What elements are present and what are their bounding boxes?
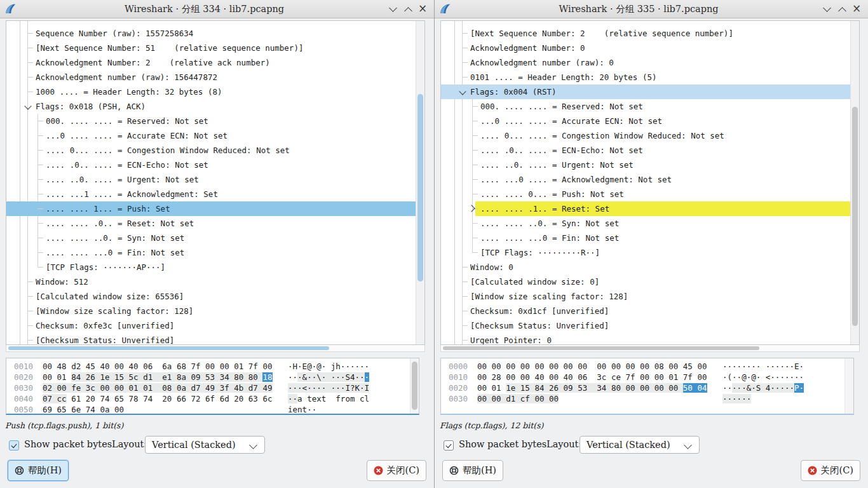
tree-row[interactable]: .... .0.. .... = ECN-Echo: Not set (6, 158, 416, 172)
tree-vertical-scrollbar[interactable] (850, 21, 859, 344)
help-button-label: 帮助(H) (28, 464, 62, 477)
hex-row[interactable]: 005069 65 6e 74 0a 00ient·· (14, 404, 369, 415)
tree-vertical-scrollbar[interactable] (416, 21, 424, 344)
tree-row[interactable]: .... .... 0... = Push: Not set (441, 187, 850, 201)
tree-row[interactable]: .... 0... .... = Congestion Window Reduc… (441, 128, 850, 143)
tree-row[interactable]: .... .... ...0 = Fin: Not set (441, 231, 850, 245)
field-status-text: Flags (tcp.flags), 12 bit(s) (440, 421, 544, 430)
tree-row[interactable]: Window: 512 (6, 274, 416, 289)
tree-row[interactable]: Flags: 0x018 (PSH, ACK) (6, 99, 416, 114)
packet-detail-tree[interactable]: [Next Sequence Number: 2 (relative seque… (440, 20, 860, 345)
scrollbar-thumb[interactable] (852, 107, 858, 326)
hex-vertical-scrollbar[interactable] (844, 358, 853, 414)
tree-horizontal-scrollbar[interactable] (440, 345, 860, 352)
tree-row[interactable]: .... ...1 .... = Acknowledgment: Set (6, 187, 416, 201)
packet-bytes-pane[interactable]: 001000 48 d2 45 40 00 40 06 6a 68 7f 00 … (6, 358, 419, 415)
tree-row[interactable]: .... .... ...0 = Fin: Not set (6, 245, 416, 260)
tree-row[interactable]: [Checksum Status: Unverified] (441, 318, 850, 333)
tree-row[interactable]: .... .... ..0. = Syn: Not set (441, 216, 850, 231)
hex-bytes: 00 48 d2 45 40 00 40 06 6a 68 7f 00 00 0… (43, 361, 275, 372)
packet-detail-tree[interactable]: Sequence Number (raw): 1557258634[Next S… (6, 20, 425, 345)
tree-row[interactable]: [Next Sequence Number: 51 (relative sequ… (6, 41, 416, 55)
tree-row[interactable]: [Calculated window size: 0] (441, 274, 850, 289)
hex-ascii: ······ (722, 393, 751, 404)
hex-row[interactable]: 003000 00 d1 cf 00 00······ (449, 393, 804, 404)
packet-bytes-pane[interactable]: 000000 00 00 00 00 00 00 00 00 00 00 00 … (440, 358, 854, 415)
hex-vertical-scrollbar[interactable] (410, 358, 419, 414)
hex-row[interactable]: 001000 48 d2 45 40 00 40 06 6a 68 7f 00 … (14, 361, 369, 372)
hex-row[interactable]: 000000 00 00 00 00 00 00 00 00 00 00 00 … (449, 361, 804, 372)
tree-row[interactable]: Urgent Pointer: 0 (441, 333, 850, 345)
tree-row[interactable]: 0101 .... = Header Length: 20 bytes (5) (441, 70, 850, 85)
tree-row[interactable]: .... ...0 .... = Acknowledgment: Not set (441, 172, 850, 187)
tree-row[interactable]: .... .... ..0. = Syn: Not set (6, 231, 416, 245)
window-title: Wireshark · 分组 335 · lib7.pcapng (473, 0, 804, 18)
scrollbar-thumb[interactable] (412, 362, 417, 410)
titlebar-shade-button[interactable] (820, 0, 835, 18)
show-packet-bytes-checkbox[interactable] (9, 440, 19, 451)
layout-select[interactable]: Vertical (Stacked) (145, 436, 265, 454)
tree-row[interactable]: 000. .... .... = Reserved: Not set (6, 114, 416, 128)
tree-row[interactable]: ...0 .... .... = Accurate ECN: Not set (6, 128, 416, 143)
hex-row[interactable]: 004007 cc 61 20 74 65 78 74 20 66 72 6f … (14, 393, 369, 404)
tree-row[interactable]: 000. .... .... = Reserved: Not set (441, 99, 850, 114)
tree-row[interactable]: [Checksum Status: Unverified] (6, 333, 416, 345)
tree-row-label: 000. .... .... = Reserved: Not set (480, 102, 643, 111)
titlebar-shade-button[interactable] (386, 0, 401, 18)
hex-offset: 0020 (14, 372, 33, 383)
tree-row[interactable]: Acknowledgment Number: 2 (relative ack n… (6, 55, 416, 70)
tree-row[interactable]: Flags: 0x004 (RST) (441, 85, 850, 99)
titlebar-unshade-button[interactable] (401, 0, 416, 18)
titlebar[interactable]: Wireshark · 分组 335 · lib7.pcapng × (435, 0, 868, 18)
hex-row[interactable]: 001000 28 00 00 40 00 40 06 3c ce 7f 00 … (449, 372, 804, 383)
tree-row[interactable]: Acknowledgment number (raw): 0 (441, 55, 850, 70)
hex-row[interactable]: 002000 01 84 26 1e 15 5c d1 e1 8a 09 53 … (14, 372, 369, 383)
tree-row[interactable]: .... .... .1.. = Reset: Set (441, 201, 850, 216)
tree-row[interactable]: Sequence Number (raw): 1557258634 (6, 26, 416, 41)
titlebar[interactable]: Wireshark · 分组 334 · lib7.pcapng × (0, 0, 434, 18)
tree-row[interactable]: .... .... 1... = Push: Set (6, 201, 416, 216)
show-packet-bytes-checkbox[interactable] (444, 440, 454, 451)
tree-row[interactable]: Window: 0 (441, 260, 850, 274)
tree-row[interactable]: [TCP Flags: ·······AP···] (6, 260, 416, 274)
expander-expanded-icon[interactable] (24, 102, 31, 109)
tree-row[interactable]: 1000 .... = Header Length: 32 bytes (8) (6, 85, 416, 99)
hex-offset: 0030 (14, 383, 33, 393)
tree-row[interactable]: [Window size scaling factor: 128] (441, 289, 850, 304)
titlebar-close-button[interactable]: × (849, 0, 864, 18)
tree-row[interactable]: .... .... .0.. = Reset: Not set (6, 216, 416, 231)
hex-row[interactable]: 003002 00 fe 3c 00 00 01 01 08 0a d7 49 … (14, 383, 369, 393)
help-button[interactable]: 帮助(H) (442, 460, 503, 481)
expander-expanded-icon[interactable] (459, 88, 466, 95)
scrollbar-thumb[interactable] (8, 346, 329, 350)
help-button[interactable]: 帮助(H) (8, 460, 69, 481)
close-button[interactable]: 关闭(C) (801, 460, 860, 481)
tree-row[interactable]: .... ..0. .... = Urgent: Not set (441, 158, 850, 172)
close-button[interactable]: 关闭(C) (367, 460, 426, 481)
tree-row[interactable]: Acknowledgment number (raw): 156447872 (6, 70, 416, 85)
tree-row[interactable]: [Calculated window size: 65536] (6, 289, 416, 304)
scrollbar-thumb[interactable] (417, 94, 423, 281)
tree-row[interactable]: .... ..0. .... = Urgent: Not set (6, 172, 416, 187)
titlebar-close-button[interactable]: × (415, 0, 430, 18)
tree-row[interactable]: .... 0... .... = Congestion Window Reduc… (6, 143, 416, 158)
hex-row[interactable]: 002000 01 1e 15 84 26 09 53 34 80 00 00 … (449, 383, 804, 393)
layout-select[interactable]: Vertical (Stacked) (580, 436, 700, 454)
tree-row[interactable]: [Next Sequence Number: 2 (relative seque… (441, 26, 850, 41)
hex-ascii: ·····&·S 4·····P· (722, 383, 804, 393)
tree-row[interactable]: .... .0.. .... = ECN-Echo: Not set (441, 143, 850, 158)
tree-row-label: Flags: 0x018 (PSH, ACK) (36, 102, 146, 111)
tree-row[interactable]: Checksum: 0xfe3c [unverified] (6, 318, 416, 333)
tree-row[interactable]: Checksum: 0xd1cf [unverified] (441, 304, 850, 318)
tree-row[interactable]: ...0 .... .... = Accurate ECN: Not set (441, 114, 850, 128)
tree-horizontal-scrollbar[interactable] (6, 345, 425, 352)
tree-row[interactable]: [TCP Flags: ·········R··] (441, 245, 850, 260)
tree-rows: Sequence Number (raw): 1557258634[Next S… (6, 26, 416, 345)
tree-row[interactable]: Acknowledgment Number: 0 (441, 41, 850, 55)
scrollbar-thumb[interactable] (443, 346, 759, 350)
hex-bytes: 00 00 d1 cf 00 00 (477, 393, 710, 404)
expander-collapsed-icon[interactable] (468, 205, 475, 212)
tree-row[interactable]: [Window size scaling factor: 128] (6, 304, 416, 318)
titlebar-unshade-button[interactable] (835, 0, 850, 18)
tree-row-label: [TCP Flags: ·········R··] (480, 248, 600, 257)
